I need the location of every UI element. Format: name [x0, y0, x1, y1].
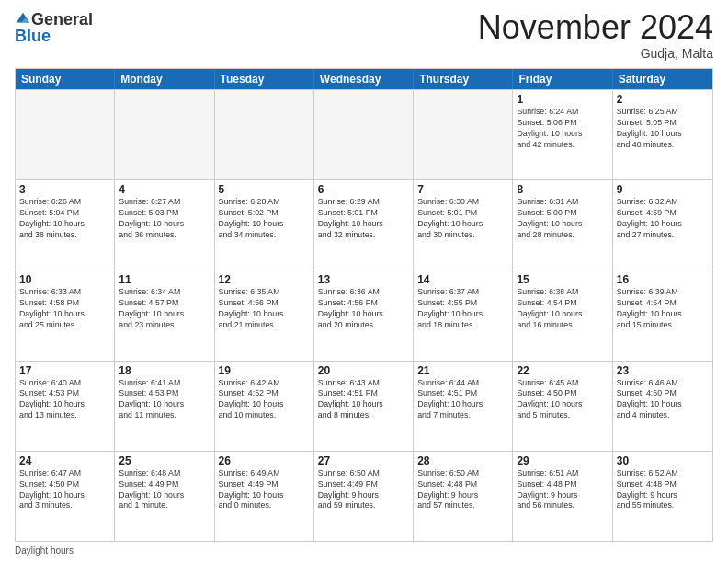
location: Gudja, Malta: [478, 46, 713, 61]
calendar-cell: 1Sunrise: 6:24 AM Sunset: 5:06 PM Daylig…: [513, 90, 612, 179]
weekday-header-wednesday: Wednesday: [314, 69, 414, 89]
calendar-cell: 6Sunrise: 6:29 AM Sunset: 5:01 PM Daylig…: [314, 180, 414, 270]
day-number: 24: [19, 454, 110, 467]
calendar-cell: 18Sunrise: 6:41 AM Sunset: 4:53 PM Dayli…: [115, 362, 214, 451]
logo-blue-text: Blue: [15, 28, 51, 44]
month-title: November 2024: [478, 11, 713, 44]
calendar-body: 1Sunrise: 6:24 AM Sunset: 5:06 PM Daylig…: [16, 89, 712, 541]
day-number: 19: [219, 364, 310, 377]
day-number: 2: [617, 93, 709, 106]
day-number: 10: [19, 273, 110, 286]
day-info: Sunrise: 6:38 AM Sunset: 4:54 PM Dayligh…: [517, 287, 608, 331]
calendar-week-4: 17Sunrise: 6:40 AM Sunset: 4:53 PM Dayli…: [16, 361, 712, 451]
day-number: 8: [517, 183, 608, 196]
day-number: 23: [617, 364, 709, 377]
day-info: Sunrise: 6:24 AM Sunset: 5:06 PM Dayligh…: [517, 107, 608, 151]
calendar-cell: 22Sunrise: 6:45 AM Sunset: 4:50 PM Dayli…: [513, 362, 612, 451]
calendar-cell: 16Sunrise: 6:39 AM Sunset: 4:54 PM Dayli…: [613, 270, 712, 360]
calendar-cell: [16, 90, 115, 179]
calendar-cell: 30Sunrise: 6:52 AM Sunset: 4:48 PM Dayli…: [613, 452, 712, 541]
header: General Blue November 2024 Gudja, Malta: [15, 11, 713, 61]
weekday-header-tuesday: Tuesday: [215, 69, 314, 89]
day-info: Sunrise: 6:45 AM Sunset: 4:50 PM Dayligh…: [517, 378, 608, 422]
day-number: 13: [318, 273, 409, 286]
calendar-cell: 15Sunrise: 6:38 AM Sunset: 4:54 PM Dayli…: [513, 270, 612, 360]
day-info: Sunrise: 6:50 AM Sunset: 4:48 PM Dayligh…: [417, 468, 508, 512]
day-number: 9: [617, 183, 709, 196]
day-info: Sunrise: 6:40 AM Sunset: 4:53 PM Dayligh…: [19, 378, 110, 422]
day-info: Sunrise: 6:46 AM Sunset: 4:50 PM Dayligh…: [617, 378, 709, 422]
day-number: 29: [517, 454, 608, 467]
weekday-header-thursday: Thursday: [414, 69, 513, 89]
day-number: 3: [19, 183, 110, 196]
day-info: Sunrise: 6:35 AM Sunset: 4:56 PM Dayligh…: [219, 287, 310, 331]
day-info: Sunrise: 6:41 AM Sunset: 4:53 PM Dayligh…: [119, 378, 210, 422]
logo-general-text: General: [31, 11, 93, 28]
calendar-cell: 19Sunrise: 6:42 AM Sunset: 4:52 PM Dayli…: [215, 362, 314, 451]
day-info: Sunrise: 6:27 AM Sunset: 5:03 PM Dayligh…: [119, 197, 210, 241]
calendar-cell: 29Sunrise: 6:51 AM Sunset: 4:48 PM Dayli…: [513, 452, 612, 541]
day-info: Sunrise: 6:31 AM Sunset: 5:00 PM Dayligh…: [517, 197, 608, 241]
calendar-week-1: 1Sunrise: 6:24 AM Sunset: 5:06 PM Daylig…: [16, 89, 712, 179]
logo-icon: [15, 11, 31, 28]
day-info: Sunrise: 6:51 AM Sunset: 4:48 PM Dayligh…: [517, 468, 608, 512]
calendar-cell: 8Sunrise: 6:31 AM Sunset: 5:00 PM Daylig…: [513, 180, 612, 270]
calendar-cell: 25Sunrise: 6:48 AM Sunset: 4:49 PM Dayli…: [115, 452, 214, 541]
day-number: 27: [318, 454, 409, 467]
day-info: Sunrise: 6:52 AM Sunset: 4:48 PM Dayligh…: [617, 468, 709, 512]
day-info: Sunrise: 6:43 AM Sunset: 4:51 PM Dayligh…: [318, 378, 409, 422]
calendar-cell: 10Sunrise: 6:33 AM Sunset: 4:58 PM Dayli…: [16, 270, 115, 360]
calendar-cell: [115, 90, 214, 179]
day-number: 30: [617, 454, 709, 467]
day-number: 17: [19, 364, 110, 377]
day-number: 16: [617, 273, 709, 286]
calendar-cell: 26Sunrise: 6:49 AM Sunset: 4:49 PM Dayli…: [215, 452, 314, 541]
calendar-cell: 21Sunrise: 6:44 AM Sunset: 4:51 PM Dayli…: [414, 362, 513, 451]
day-number: 5: [219, 183, 310, 196]
day-info: Sunrise: 6:48 AM Sunset: 4:49 PM Dayligh…: [119, 468, 210, 512]
calendar-cell: 28Sunrise: 6:50 AM Sunset: 4:48 PM Dayli…: [414, 452, 513, 541]
page: General Blue November 2024 Gudja, Malta …: [0, 0, 728, 563]
header-right: November 2024 Gudja, Malta: [478, 11, 713, 61]
day-info: Sunrise: 6:37 AM Sunset: 4:55 PM Dayligh…: [417, 287, 508, 331]
weekday-header-saturday: Saturday: [613, 69, 712, 89]
day-info: Sunrise: 6:49 AM Sunset: 4:49 PM Dayligh…: [219, 468, 310, 512]
calendar-week-3: 10Sunrise: 6:33 AM Sunset: 4:58 PM Dayli…: [16, 270, 712, 360]
calendar-cell: 27Sunrise: 6:50 AM Sunset: 4:49 PM Dayli…: [314, 452, 414, 541]
day-number: 18: [119, 364, 210, 377]
weekday-header-friday: Friday: [513, 69, 612, 89]
day-info: Sunrise: 6:26 AM Sunset: 5:04 PM Dayligh…: [19, 197, 110, 241]
calendar-cell: 2Sunrise: 6:25 AM Sunset: 5:05 PM Daylig…: [613, 90, 712, 179]
day-number: 6: [318, 183, 409, 196]
daylight-label: Daylight hours: [15, 546, 74, 556]
calendar-cell: 23Sunrise: 6:46 AM Sunset: 4:50 PM Dayli…: [613, 362, 712, 451]
calendar-cell: 13Sunrise: 6:36 AM Sunset: 4:56 PM Dayli…: [314, 270, 414, 360]
day-number: 28: [417, 454, 508, 467]
day-info: Sunrise: 6:33 AM Sunset: 4:58 PM Dayligh…: [19, 287, 110, 331]
logo: General Blue: [15, 11, 93, 44]
weekday-header-monday: Monday: [115, 69, 214, 89]
calendar-cell: 5Sunrise: 6:28 AM Sunset: 5:02 PM Daylig…: [215, 180, 314, 270]
day-info: Sunrise: 6:36 AM Sunset: 4:56 PM Dayligh…: [318, 287, 409, 331]
day-number: 20: [318, 364, 409, 377]
calendar-cell: 24Sunrise: 6:47 AM Sunset: 4:50 PM Dayli…: [16, 452, 115, 541]
calendar-cell: 11Sunrise: 6:34 AM Sunset: 4:57 PM Dayli…: [115, 270, 214, 360]
day-number: 11: [119, 273, 210, 286]
calendar-cell: 12Sunrise: 6:35 AM Sunset: 4:56 PM Dayli…: [215, 270, 314, 360]
day-info: Sunrise: 6:34 AM Sunset: 4:57 PM Dayligh…: [119, 287, 210, 331]
calendar-cell: 17Sunrise: 6:40 AM Sunset: 4:53 PM Dayli…: [16, 362, 115, 451]
day-number: 15: [517, 273, 608, 286]
day-number: 1: [517, 93, 608, 106]
day-number: 26: [219, 454, 310, 467]
day-info: Sunrise: 6:30 AM Sunset: 5:01 PM Dayligh…: [417, 197, 508, 241]
day-number: 14: [417, 273, 508, 286]
day-info: Sunrise: 6:50 AM Sunset: 4:49 PM Dayligh…: [318, 468, 409, 512]
day-number: 21: [417, 364, 508, 377]
calendar-cell: 7Sunrise: 6:30 AM Sunset: 5:01 PM Daylig…: [414, 180, 513, 270]
day-info: Sunrise: 6:39 AM Sunset: 4:54 PM Dayligh…: [617, 287, 709, 331]
calendar-cell: 4Sunrise: 6:27 AM Sunset: 5:03 PM Daylig…: [115, 180, 214, 270]
calendar-cell: [414, 90, 513, 179]
day-info: Sunrise: 6:25 AM Sunset: 5:05 PM Dayligh…: [617, 107, 709, 151]
calendar-week-5: 24Sunrise: 6:47 AM Sunset: 4:50 PM Dayli…: [16, 451, 712, 541]
day-number: 4: [119, 183, 210, 196]
